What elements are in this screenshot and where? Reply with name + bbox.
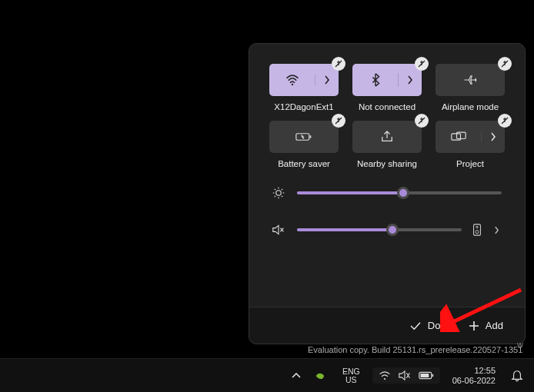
watermark-w: w	[517, 340, 523, 349]
project-icon	[436, 131, 482, 142]
battery-saver-icon	[295, 131, 312, 142]
volume-slider[interactable]	[297, 228, 462, 231]
tile-wifi[interactable]	[269, 64, 339, 96]
svg-point-5	[276, 191, 281, 195]
wifi-expand[interactable]	[315, 75, 339, 85]
tile-wifi-label: X12DagonExt1	[274, 102, 333, 111]
done-button[interactable]: Done	[409, 320, 452, 331]
tile-battery-saver[interactable]	[269, 121, 339, 153]
audio-output-expand[interactable]	[494, 226, 502, 234]
tile-airplane[interactable]	[436, 64, 505, 96]
language-switcher[interactable]: ENG US	[338, 367, 365, 384]
quick-settings-panel: X12DagonExt1 Not connected	[249, 43, 526, 344]
tile-bluetooth-label: Not connected	[359, 102, 416, 111]
tile-bluetooth-wrap: Not connected	[352, 64, 422, 111]
sliders-region	[249, 171, 525, 236]
tile-airplane-label: Airplane mode	[442, 102, 499, 111]
wifi-tray-icon	[379, 371, 391, 380]
tile-airplane-wrap: Airplane mode	[436, 64, 505, 111]
battery-tray-icon	[419, 371, 434, 380]
volume-mute-icon	[272, 224, 286, 235]
svg-point-0	[291, 84, 292, 85]
svg-point-15	[476, 226, 478, 228]
svg-rect-21	[420, 374, 429, 377]
svg-point-18	[384, 377, 385, 379]
tile-project-wrap: Project	[436, 121, 505, 168]
brightness-slider[interactable]	[297, 191, 502, 194]
clock-date: 06-06-2022	[452, 376, 496, 386]
lang-bottom: US	[345, 376, 357, 384]
quick-settings-footer: Done Add	[249, 307, 525, 344]
evaluation-watermark: Evaluation copy. Build 25131.rs_prerelea…	[308, 345, 522, 354]
share-icon	[380, 131, 394, 143]
unpin-nearby[interactable]	[415, 114, 429, 128]
volume-row	[272, 224, 502, 236]
svg-rect-20	[432, 374, 433, 377]
wifi-icon	[269, 75, 315, 85]
done-label: Done	[428, 320, 452, 331]
brightness-row	[272, 187, 502, 199]
svg-point-16	[476, 231, 479, 234]
tile-bluetooth[interactable]	[352, 64, 422, 96]
lang-top: ENG	[342, 367, 360, 376]
check-icon	[409, 321, 422, 331]
volume-tray-icon	[399, 370, 411, 380]
audio-output-icon[interactable]	[472, 224, 483, 236]
system-tray[interactable]	[372, 367, 440, 384]
tile-nearby-wrap: Nearby sharing	[352, 121, 422, 168]
tile-wifi-wrap: X12DagonExt1	[269, 64, 339, 111]
plus-icon	[469, 321, 479, 331]
svg-line-11	[282, 196, 282, 197]
unpin-bluetooth[interactable]	[415, 57, 429, 71]
brightness-icon	[272, 187, 286, 199]
airplane-icon	[463, 74, 477, 86]
unpin-airplane[interactable]	[498, 57, 512, 71]
tile-project-label: Project	[456, 159, 484, 168]
tile-battery-wrap: Battery saver	[269, 121, 339, 168]
add-button[interactable]: Add	[469, 320, 503, 331]
taskbar: ENG US 12:55 06-06-2022	[0, 358, 534, 392]
unpin-project[interactable]	[498, 114, 512, 128]
bluetooth-expand[interactable]	[399, 75, 422, 85]
bluetooth-icon	[352, 73, 399, 87]
project-expand[interactable]	[482, 132, 505, 141]
nvidia-tray-icon[interactable]	[312, 359, 330, 392]
unpin-wifi[interactable]	[332, 57, 345, 71]
unpin-battery[interactable]	[332, 114, 345, 128]
tile-battery-label: Battery saver	[278, 159, 330, 168]
tile-nearby-sharing[interactable]	[352, 121, 422, 153]
svg-line-10	[275, 189, 275, 190]
tile-nearby-label: Nearby sharing	[357, 159, 417, 168]
add-label: Add	[486, 320, 503, 331]
svg-rect-2	[310, 135, 312, 138]
svg-line-12	[282, 189, 282, 190]
svg-line-13	[275, 196, 275, 197]
notifications-icon[interactable]	[508, 359, 526, 392]
tile-project[interactable]	[436, 121, 505, 153]
tray-overflow-chevron[interactable]	[289, 359, 304, 392]
taskbar-clock[interactable]: 12:55 06-06-2022	[448, 366, 500, 385]
clock-time: 12:55	[474, 366, 496, 376]
quick-settings-grid: X12DagonExt1 Not connected	[249, 44, 525, 171]
